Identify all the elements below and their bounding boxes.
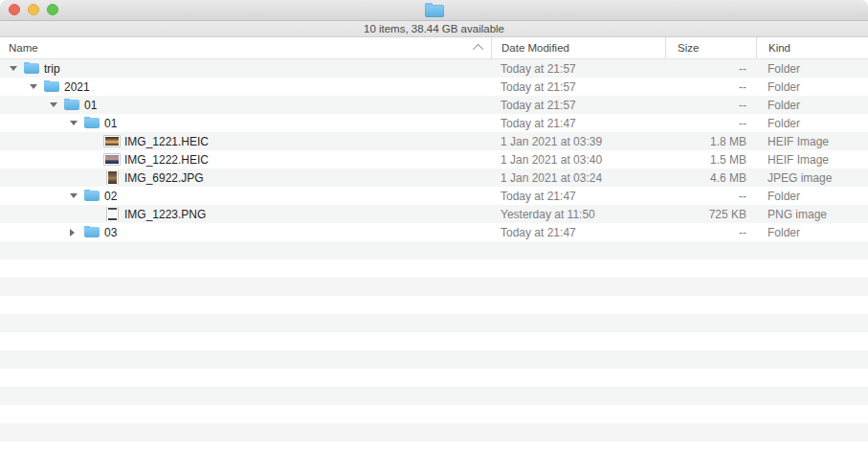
folder-icon: [425, 5, 444, 17]
table-row[interactable]: 2021 Today at 21:57 -- Folder: [0, 78, 868, 96]
file-name: 03: [104, 226, 117, 239]
image-thumbnail: [104, 136, 120, 146]
disclosure-triangle[interactable]: [70, 193, 84, 198]
size-cell: 725 KB: [665, 208, 756, 221]
kind-cell: Folder: [756, 190, 868, 203]
kind-cell: HEIF Image: [756, 153, 868, 167]
close-button[interactable]: [9, 4, 20, 15]
date-modified-cell: Yesterday at 11:50: [491, 208, 665, 221]
disclosure-triangle[interactable]: [30, 84, 44, 89]
status-text: 10 items, 38.44 GB available: [364, 23, 504, 34]
kind-cell: Folder: [756, 117, 868, 130]
kind-cell: Folder: [756, 80, 868, 94]
image-thumbnail: [107, 170, 118, 185]
table-row[interactable]: IMG_6922.JPG 1 Jan 2021 at 03:24 4.6 MB …: [0, 169, 868, 187]
column-header-size[interactable]: Size: [665, 37, 756, 58]
kind-cell: Folder: [756, 226, 868, 239]
sort-ascending-icon: [473, 44, 483, 55]
disclosure-triangle[interactable]: [70, 121, 84, 125]
size-cell: --: [665, 226, 756, 239]
image-thumbnail: [107, 207, 118, 221]
traffic-lights: [9, 4, 58, 15]
table-row[interactable]: IMG_1222.HEIC 1 Jan 2021 at 03:40 1.5 MB…: [0, 150, 868, 169]
kind-cell: Folder: [756, 62, 868, 76]
image-thumbnail: [104, 154, 120, 165]
file-name: 2021: [64, 80, 90, 94]
date-modified-cell: Today at 21:47: [491, 190, 665, 203]
disclosure-triangle[interactable]: [50, 102, 64, 107]
column-header-size-label: Size: [678, 42, 699, 54]
file-name: 02: [104, 190, 117, 203]
table-row[interactable]: IMG_1221.HEIC 1 Jan 2021 at 03:39 1.8 MB…: [0, 132, 868, 150]
date-modified-cell: Today at 21:47: [491, 226, 665, 239]
column-header-date-modified[interactable]: Date Modified: [491, 37, 665, 58]
date-modified-cell: Today at 21:57: [491, 62, 665, 76]
kind-cell: PNG image: [756, 208, 868, 221]
date-modified-cell: Today at 21:47: [491, 117, 665, 130]
column-header-kind[interactable]: Kind: [756, 37, 868, 58]
kind-cell: JPEG image: [756, 171, 868, 185]
disclosure-triangle[interactable]: [70, 229, 84, 236]
file-name: trip: [44, 62, 60, 76]
table-row[interactable]: 03 Today at 21:47 -- Folder: [0, 223, 868, 241]
table-row[interactable]: trip Today at 21:57 -- Folder: [0, 59, 868, 78]
table-row[interactable]: IMG_1223.PNG Yesterday at 11:50 725 KB P…: [0, 205, 868, 223]
column-header-row: Name Date Modified Size Kind: [0, 37, 868, 59]
disclosure-triangle[interactable]: [10, 66, 24, 71]
minimize-button[interactable]: [28, 4, 39, 15]
folder-icon: [64, 100, 79, 110]
column-header-name-label: Name: [9, 42, 38, 54]
folder-icon: [24, 63, 39, 74]
file-name: 01: [84, 99, 97, 112]
date-modified-cell: 1 Jan 2021 at 03:40: [491, 153, 665, 167]
size-cell: --: [665, 99, 756, 112]
file-name: IMG_1221.HEIC: [124, 135, 209, 148]
finder-window: 10 items, 38.44 GB available Name Date M…: [0, 0, 868, 450]
size-cell: 1.5 MB: [665, 153, 756, 167]
date-modified-cell: 1 Jan 2021 at 03:39: [491, 135, 665, 148]
folder-icon: [84, 118, 100, 128]
folder-icon: [44, 81, 59, 92]
date-modified-cell: Today at 21:57: [491, 80, 665, 94]
date-modified-cell: 1 Jan 2021 at 03:24: [491, 171, 665, 185]
file-name: IMG_6922.JPG: [124, 171, 204, 185]
folder-icon: [84, 191, 100, 201]
window-proxy-icon[interactable]: [425, 3, 444, 17]
size-cell: --: [665, 80, 756, 94]
file-name: 01: [104, 117, 117, 130]
status-bar: 10 items, 38.44 GB available: [0, 21, 868, 37]
title-bar[interactable]: [0, 0, 868, 21]
column-header-name[interactable]: Name: [0, 37, 491, 58]
folder-icon: [84, 227, 100, 237]
column-header-kind-label: Kind: [768, 42, 790, 54]
table-row[interactable]: 01 Today at 21:57 -- Folder: [0, 96, 868, 114]
kind-cell: HEIF Image: [756, 135, 868, 148]
size-cell: 1.8 MB: [665, 135, 756, 148]
table-row[interactable]: 01 Today at 21:47 -- Folder: [0, 114, 868, 132]
size-cell: --: [665, 117, 756, 130]
kind-cell: Folder: [756, 99, 868, 112]
size-cell: 4.6 MB: [665, 171, 756, 185]
column-header-date-label: Date Modified: [501, 42, 569, 54]
file-list: trip Today at 21:57 -- Folder 2021 Today…: [0, 59, 868, 450]
size-cell: --: [665, 190, 756, 203]
size-cell: --: [665, 62, 756, 76]
file-name: IMG_1223.PNG: [124, 208, 206, 221]
date-modified-cell: Today at 21:57: [491, 99, 665, 112]
zoom-button[interactable]: [47, 4, 58, 15]
file-name: IMG_1222.HEIC: [124, 153, 209, 167]
table-row[interactable]: 02 Today at 21:47 -- Folder: [0, 187, 868, 205]
